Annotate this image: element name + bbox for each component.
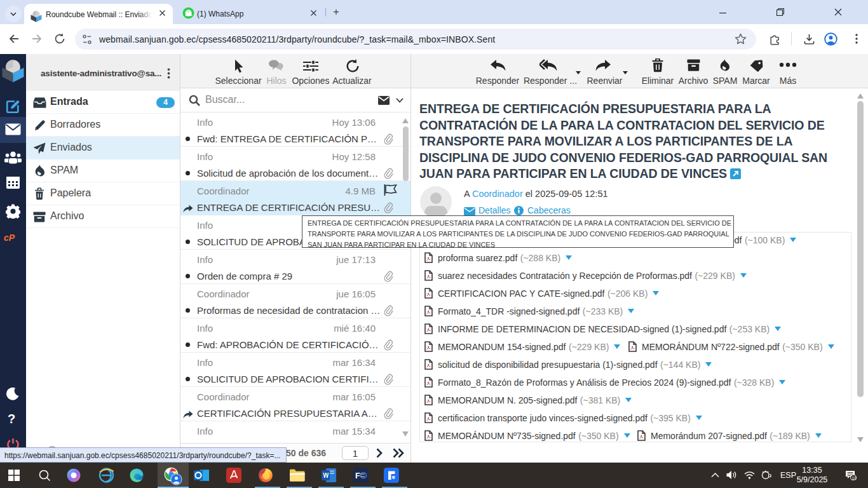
- svg-text:cP: cP: [4, 233, 15, 243]
- svg-text:10: 10: [852, 476, 857, 480]
- svg-text:F: F: [355, 471, 360, 480]
